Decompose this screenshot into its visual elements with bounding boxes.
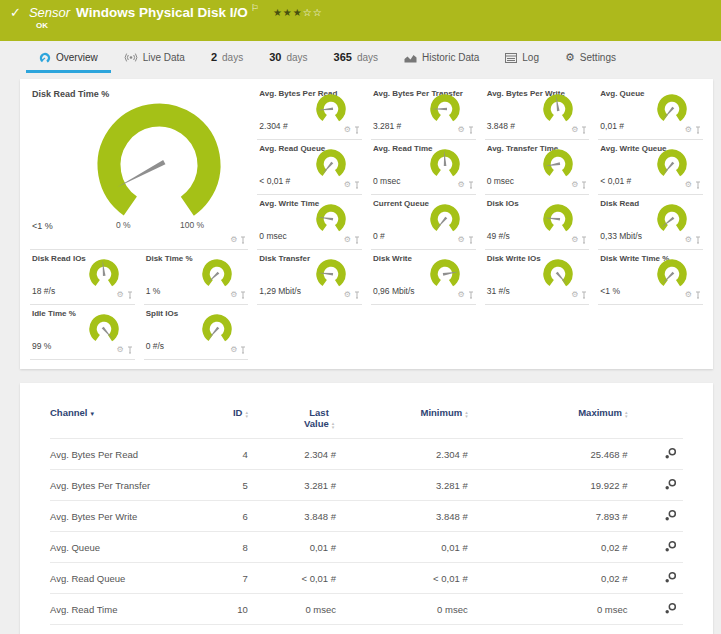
column-header-channel[interactable]: Channel▾ [50, 407, 193, 439]
gauge-settings-icon[interactable]: ⚙ [685, 236, 692, 244]
gauge-settings-icon[interactable]: ⚙ [457, 126, 464, 134]
gauge-tile: Idle Time % 99 % ⚙ [30, 305, 135, 360]
cell-id: 8 [193, 532, 248, 563]
gauge-settings-icon[interactable]: ⚙ [685, 291, 692, 299]
gauge-settings-icon[interactable]: ⚙ [116, 291, 123, 299]
main-gauge-value: <1 % [32, 221, 53, 231]
gauge-settings-icon[interactable]: ⚙ [685, 126, 692, 134]
sort-toggle-icon[interactable]: ▴▾ [332, 421, 335, 429]
channel-settings-icon[interactable] [664, 602, 677, 615]
gauge-pin-icon[interactable] [468, 236, 474, 244]
sort-toggle-icon[interactable]: ▴▾ [465, 410, 468, 418]
gauge-actions: ⚙ [344, 181, 360, 189]
gauge-pin-icon[interactable] [695, 291, 701, 299]
priority-stars[interactable]: ★★★☆☆ [273, 7, 323, 18]
gauge-tile: Avg. Queue 0,01 # ⚙ [598, 85, 703, 140]
tab-overview[interactable]: Overview [26, 47, 111, 73]
gauge-settings-icon[interactable]: ⚙ [457, 236, 464, 244]
gauge-pin-icon[interactable] [354, 181, 360, 189]
gauge-pin-icon[interactable] [695, 181, 701, 189]
tab-30-days[interactable]: 30 days [256, 46, 320, 73]
sort-toggle-icon[interactable]: ▴▾ [625, 410, 628, 418]
gauge-settings-icon[interactable]: ⚙ [457, 181, 464, 189]
gauge [654, 204, 690, 236]
status-check-icon: ✓ [10, 5, 21, 20]
sort-desc-icon[interactable]: ▾ [90, 410, 94, 417]
tab-live-data[interactable]: Live Data [111, 47, 198, 73]
gauge-pin-icon[interactable] [127, 291, 133, 299]
table-row: Avg. Read Time 10 0 msec 0 msec 0 msec [50, 594, 683, 625]
column-header-maximum[interactable]: Maximum▴▾ [468, 407, 628, 439]
gauge-pin-icon[interactable] [581, 291, 587, 299]
gauge-tile: Disk Write IOs 31 #/s ⚙ [485, 250, 590, 305]
gauge-settings-icon[interactable]: ⚙ [571, 291, 578, 299]
column-header-minimum[interactable]: Minimum▴▾ [336, 407, 468, 439]
gauge-settings-icon[interactable]: ⚙ [230, 346, 237, 354]
channel-settings-icon[interactable] [664, 478, 677, 491]
gauge-tile: Avg. Bytes Per Read 2.304 # ⚙ [257, 85, 362, 140]
tab-30-days-label: days [286, 52, 307, 63]
column-header-id[interactable]: ID▴▾ [193, 407, 248, 439]
gauge-pin-icon[interactable] [354, 291, 360, 299]
gauge-label: Avg. Read Time [373, 144, 433, 153]
channel-settings-icon[interactable] [664, 571, 677, 584]
tab-2-days[interactable]: 2 days [198, 46, 256, 73]
cell-minimum: 2.304 # [336, 439, 468, 470]
sensor-title: Windows Physical Disk I/O [76, 5, 248, 20]
tab-settings[interactable]: ⚙ Settings [552, 47, 629, 73]
gauge-pin-icon[interactable] [581, 181, 587, 189]
gauge-settings-icon[interactable]: ⚙ [571, 181, 578, 189]
stars-filled[interactable]: ★★★ [273, 7, 303, 18]
tab-historic-data[interactable]: Historic Data [391, 47, 492, 73]
gauge-pin-icon[interactable] [695, 126, 701, 134]
sort-toggle-icon[interactable]: ▴▾ [245, 410, 248, 418]
gauge-settings-icon[interactable]: ⚙ [344, 291, 351, 299]
gauge-settings-icon[interactable]: ⚙ [571, 126, 578, 134]
gear-icon: ⚙ [565, 52, 575, 63]
gauge-pin-icon[interactable] [127, 346, 133, 354]
gauge [654, 259, 690, 291]
cell-maximum: 7.893 # [468, 501, 628, 532]
channel-settings-icon[interactable] [664, 447, 677, 460]
gauge-pin-icon[interactable] [581, 126, 587, 134]
tab-log[interactable]: Log [492, 47, 552, 73]
gauge-pin-icon[interactable] [354, 126, 360, 134]
tab-settings-label: Settings [580, 52, 616, 63]
gauge-pin-icon[interactable] [468, 291, 474, 299]
gauge-settings-icon[interactable]: ⚙ [344, 126, 351, 134]
gauge-settings-icon[interactable]: ⚙ [344, 236, 351, 244]
gauge-tile: Avg. Transfer Time 0 msec ⚙ [485, 140, 590, 195]
gauge-pin-icon[interactable] [240, 346, 246, 354]
flag-icon[interactable]: ⚐ [251, 3, 259, 13]
gauge-settings-icon[interactable]: ⚙ [685, 181, 692, 189]
gauge-pin-icon[interactable] [468, 181, 474, 189]
gauge-actions: ⚙ [116, 346, 132, 354]
gauge-pin-icon[interactable] [240, 236, 246, 244]
table-header-row: Channel▾ ID▴▾ Last Value▴▾ Minimum▴▾ Max… [50, 407, 683, 439]
cell-minimum: 0 msec [336, 625, 468, 634]
gauge-settings-icon[interactable]: ⚙ [344, 181, 351, 189]
gauge-pin-icon[interactable] [695, 236, 701, 244]
gauge-tile: Avg. Write Time 0 msec ⚙ [257, 195, 362, 250]
gauge-pin-icon[interactable] [354, 236, 360, 244]
gauge-settings-icon[interactable]: ⚙ [571, 236, 578, 244]
stars-empty[interactable]: ☆☆ [303, 7, 323, 18]
column-header-last-value[interactable]: Last Value▴▾ [248, 407, 336, 439]
gauge-actions: ⚙ [344, 291, 360, 299]
gauge-settings-icon[interactable]: ⚙ [230, 291, 237, 299]
channel-settings-icon[interactable] [664, 509, 677, 522]
channel-settings-icon[interactable] [664, 540, 677, 553]
tab-365-days[interactable]: 365 days [321, 46, 391, 73]
gauge-settings-icon[interactable]: ⚙ [457, 291, 464, 299]
cell-maximum: 0,02 # [468, 532, 628, 563]
gauge-settings-icon[interactable]: ⚙ [116, 346, 123, 354]
gauge-pin-icon[interactable] [240, 291, 246, 299]
gauge-pin-icon[interactable] [581, 236, 587, 244]
gauge-tile: Current Queue 0 # ⚙ [371, 195, 476, 250]
gauge-pin-icon[interactable] [468, 126, 474, 134]
gauge [540, 94, 576, 126]
main-gauge-tile: Disk Read Time % <1 % 0 % 100 % ⚙ [30, 85, 248, 250]
cell-id: 7 [193, 563, 248, 594]
cell-maximum: 0,02 # [468, 563, 628, 594]
gauge-settings-icon[interactable]: ⚙ [230, 236, 237, 244]
